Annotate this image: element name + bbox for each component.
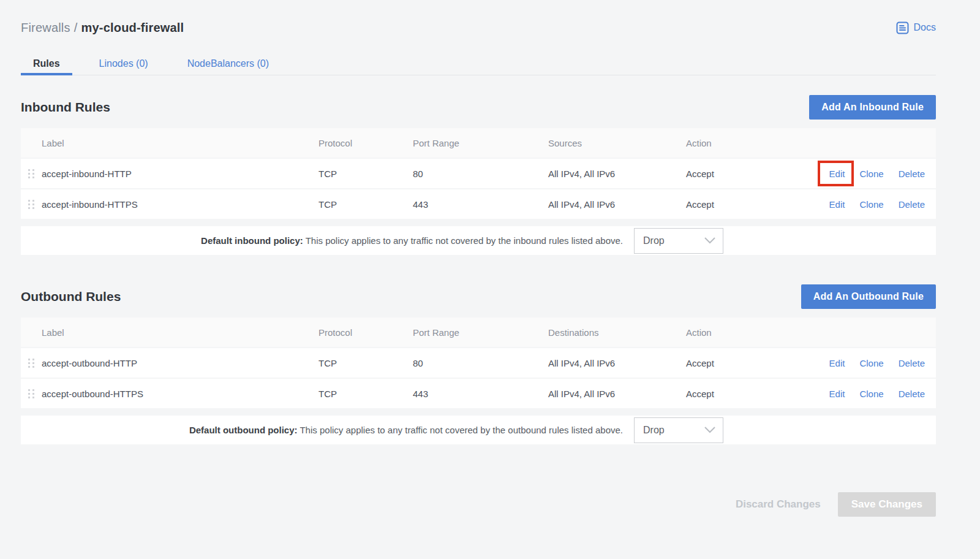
- col-port-range: Port Range: [413, 327, 548, 338]
- inbound-section-header: Inbound Rules Add An Inbound Rule: [21, 95, 936, 120]
- breadcrumb-firewall-name: my-cloud-firewall: [81, 21, 184, 34]
- clone-rule-link[interactable]: Clone: [859, 389, 883, 399]
- clone-rule-link[interactable]: Clone: [859, 199, 883, 210]
- rule-label: accept-outbound-HTTP: [42, 358, 318, 368]
- clone-rule-link[interactable]: Clone: [859, 358, 883, 368]
- outbound-policy-value: Drop: [643, 425, 665, 436]
- rule-port: 443: [413, 199, 548, 210]
- rule-port: 443: [413, 389, 548, 399]
- default-outbound-policy-select[interactable]: Drop: [634, 417, 723, 443]
- outbound-policy-text: Default outbound policy: This policy app…: [21, 425, 623, 435]
- rule-protocol: TCP: [318, 358, 413, 368]
- outbound-policy-description: This policy applies to any traffic not c…: [298, 425, 623, 435]
- save-changes-button[interactable]: Save Changes: [838, 492, 936, 517]
- chevron-down-icon: [704, 425, 715, 436]
- tabs: Rules Linodes (0) NodeBalancers (0): [21, 53, 936, 75]
- inbound-rule-row-http: accept-inbound-HTTP TCP 80 All IPv4, All…: [21, 159, 936, 188]
- rule-sources: All IPv4, All IPv6: [548, 169, 686, 179]
- outbound-table-header: Label Protocol Port Range Destinations A…: [21, 318, 936, 347]
- inbound-rules-table: Label Protocol Port Range Sources Action…: [21, 128, 936, 219]
- outbound-rules-table: Label Protocol Port Range Destinations A…: [21, 318, 936, 408]
- footer-actions: Discard Changes Save Changes: [21, 492, 936, 517]
- inbound-title: Inbound Rules: [21, 100, 110, 115]
- col-action: Action: [686, 138, 809, 148]
- outbound-rule-row-https: accept-outbound-HTTPS TCP 443 All IPv4, …: [21, 379, 936, 408]
- edit-rule-link[interactable]: Edit: [829, 199, 845, 210]
- rule-protocol: TCP: [318, 199, 413, 210]
- edit-rule-link[interactable]: Edit: [829, 169, 845, 179]
- col-destinations: Destinations: [548, 327, 686, 338]
- chevron-down-icon: [704, 235, 715, 246]
- rule-destinations: All IPv4, All IPv6: [548, 389, 686, 399]
- inbound-policy-text: Default inbound policy: This policy appl…: [21, 235, 623, 246]
- col-label: Label: [42, 138, 318, 148]
- inbound-policy-value: Drop: [643, 235, 665, 246]
- top-bar: Firewalls/my-cloud-firewall Docs: [21, 18, 936, 37]
- inbound-policy-description: This policy applies to any traffic not c…: [303, 235, 623, 246]
- rule-action: Accept: [686, 169, 809, 179]
- rule-protocol: TCP: [318, 169, 413, 179]
- tab-rules[interactable]: Rules: [21, 53, 72, 75]
- inbound-policy-label: Default inbound policy:: [201, 235, 303, 246]
- col-sources: Sources: [548, 138, 686, 148]
- inbound-rule-row-https: accept-inbound-HTTPS TCP 443 All IPv4, A…: [21, 189, 936, 219]
- rule-protocol: TCP: [318, 389, 413, 399]
- outbound-title: Outbound Rules: [21, 289, 121, 304]
- col-protocol: Protocol: [318, 138, 413, 148]
- delete-rule-link[interactable]: Delete: [899, 389, 925, 399]
- inbound-table-header: Label Protocol Port Range Sources Action: [21, 128, 936, 158]
- delete-rule-link[interactable]: Delete: [899, 358, 925, 368]
- default-inbound-policy-select[interactable]: Drop: [634, 228, 723, 254]
- add-inbound-rule-button[interactable]: Add An Inbound Rule: [809, 95, 936, 120]
- delete-rule-link[interactable]: Delete: [899, 169, 925, 179]
- rule-action: Accept: [686, 358, 809, 368]
- col-port-range: Port Range: [413, 138, 548, 148]
- tab-linodes[interactable]: Linodes (0): [87, 53, 160, 75]
- rule-label: accept-inbound-HTTPS: [42, 199, 318, 210]
- drag-handle-icon[interactable]: [21, 388, 42, 400]
- rule-port: 80: [413, 358, 548, 368]
- inbound-policy-row: Default inbound policy: This policy appl…: [21, 226, 936, 255]
- tab-nodebalancers[interactable]: NodeBalancers (0): [175, 53, 281, 75]
- breadcrumb: Firewalls/my-cloud-firewall: [21, 21, 184, 35]
- outbound-policy-label: Default outbound policy:: [189, 425, 298, 435]
- rule-label: accept-outbound-HTTPS: [42, 389, 318, 399]
- drag-handle-icon[interactable]: [21, 357, 42, 369]
- docs-label: Docs: [914, 22, 936, 33]
- discard-changes-button[interactable]: Discard Changes: [736, 498, 821, 511]
- drag-handle-icon[interactable]: [21, 199, 42, 210]
- add-outbound-rule-button[interactable]: Add An Outbound Rule: [801, 284, 936, 309]
- rule-destinations: All IPv4, All IPv6: [548, 358, 686, 368]
- edit-label: Edit: [829, 169, 845, 179]
- col-label: Label: [42, 327, 318, 338]
- rule-port: 80: [413, 169, 548, 179]
- col-protocol: Protocol: [318, 327, 413, 338]
- rule-sources: All IPv4, All IPv6: [548, 199, 686, 210]
- edit-rule-link[interactable]: Edit: [829, 358, 845, 368]
- drag-handle-icon[interactable]: [21, 168, 42, 180]
- docs-link[interactable]: Docs: [896, 21, 936, 34]
- rule-action: Accept: [686, 389, 809, 399]
- outbound-section-header: Outbound Rules Add An Outbound Rule: [21, 284, 936, 309]
- edit-rule-link[interactable]: Edit: [829, 389, 845, 399]
- firewall-detail-page: Firewalls/my-cloud-firewall Docs Rules L…: [0, 0, 957, 517]
- breadcrumb-separator: /: [74, 21, 78, 34]
- col-action: Action: [686, 327, 809, 338]
- clone-rule-link[interactable]: Clone: [859, 169, 883, 179]
- rule-label: accept-inbound-HTTP: [42, 169, 318, 179]
- outbound-rule-row-http: accept-outbound-HTTP TCP 80 All IPv4, Al…: [21, 348, 936, 378]
- docs-icon: [896, 21, 909, 34]
- rule-action: Accept: [686, 199, 809, 210]
- breadcrumb-firewalls[interactable]: Firewalls: [21, 21, 70, 34]
- delete-rule-link[interactable]: Delete: [899, 199, 925, 210]
- outbound-policy-row: Default outbound policy: This policy app…: [21, 416, 936, 444]
